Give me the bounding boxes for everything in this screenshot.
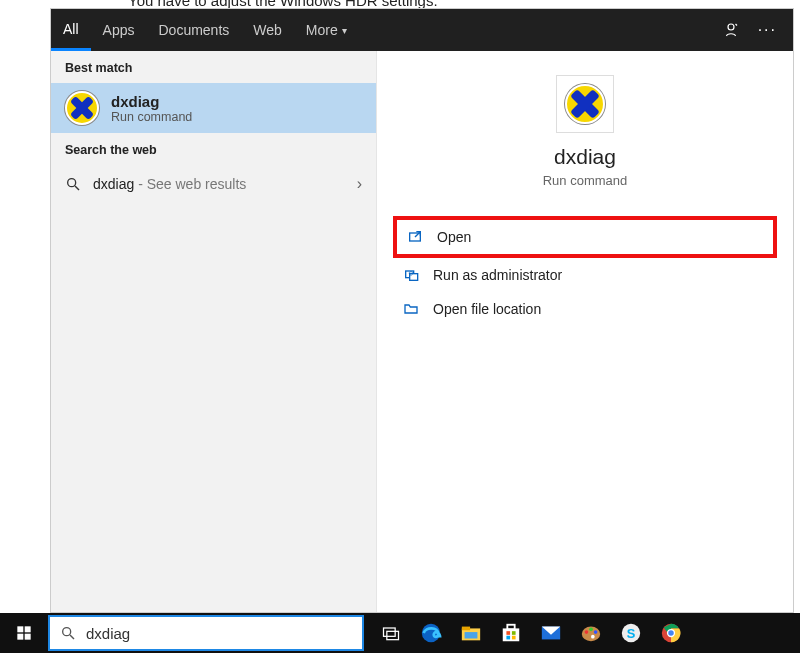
- skype-icon[interactable]: S: [618, 620, 644, 646]
- svg-text:S: S: [627, 626, 636, 641]
- search-web-header: Search the web: [51, 133, 376, 165]
- action-run-admin-label: Run as administrator: [433, 267, 562, 283]
- svg-line-11: [70, 635, 74, 639]
- best-match-subtitle: Run command: [111, 110, 192, 124]
- preview-title: dxdiag: [377, 145, 793, 169]
- taskbar: S: [0, 613, 800, 653]
- svg-point-27: [589, 628, 593, 632]
- best-match-title: dxdiag: [111, 93, 192, 110]
- action-open[interactable]: Open: [393, 216, 777, 258]
- taskbar-search-input[interactable]: [86, 625, 352, 642]
- web-result-item[interactable]: dxdiag - See web results ›: [51, 165, 376, 203]
- tab-more[interactable]: More ▾: [294, 9, 359, 51]
- windows-search-panel: All Apps Documents Web More ▾ ··· Best m…: [50, 8, 794, 613]
- preview-column: dxdiag Run command Open Run as administr…: [377, 51, 793, 612]
- taskbar-search-box[interactable]: [48, 615, 364, 651]
- preview-subtitle: Run command: [377, 173, 793, 188]
- svg-rect-8: [17, 634, 23, 640]
- svg-rect-18: [503, 628, 520, 641]
- action-open-location-label: Open file location: [433, 301, 541, 317]
- web-result-query: dxdiag: [93, 176, 134, 192]
- svg-rect-16: [462, 627, 470, 631]
- svg-rect-17: [465, 632, 478, 638]
- search-icon: [65, 176, 81, 192]
- preview-actions: Open Run as administrator Open file loca…: [377, 216, 793, 326]
- action-open-location[interactable]: Open file location: [393, 292, 777, 326]
- best-match-item[interactable]: dxdiag Run command: [51, 83, 376, 133]
- tabs-right-controls: ···: [722, 21, 793, 39]
- start-button[interactable]: [0, 613, 48, 653]
- svg-point-1: [68, 179, 76, 187]
- svg-line-2: [75, 186, 79, 190]
- svg-rect-23: [512, 636, 516, 640]
- search-tabs: All Apps Documents Web More ▾ ···: [51, 9, 793, 51]
- action-open-label: Open: [437, 229, 471, 245]
- preview-app-icon: [556, 75, 614, 133]
- svg-rect-13: [387, 631, 399, 639]
- panel-body: Best match dxdiag Run command Search the…: [51, 51, 793, 612]
- svg-rect-20: [506, 631, 510, 635]
- store-icon[interactable]: [498, 620, 524, 646]
- svg-rect-5: [410, 274, 418, 281]
- folder-icon: [403, 301, 419, 317]
- best-match-header: Best match: [51, 51, 376, 83]
- tab-more-label: More: [306, 22, 338, 38]
- open-icon: [407, 229, 423, 245]
- svg-rect-22: [506, 636, 510, 640]
- tab-apps[interactable]: Apps: [91, 9, 147, 51]
- action-run-admin[interactable]: Run as administrator: [393, 258, 777, 292]
- tab-documents[interactable]: Documents: [146, 9, 241, 51]
- svg-rect-12: [384, 628, 396, 636]
- dxdiag-icon: [65, 91, 99, 125]
- search-icon: [60, 625, 76, 641]
- edge-icon[interactable]: [418, 620, 444, 646]
- best-match-text: dxdiag Run command: [111, 93, 192, 124]
- more-options-icon[interactable]: ···: [758, 21, 777, 39]
- tab-web[interactable]: Web: [241, 9, 294, 51]
- chevron-right-icon: ›: [357, 175, 362, 193]
- svg-rect-9: [25, 634, 31, 640]
- svg-rect-7: [25, 626, 31, 632]
- taskbar-apps: S: [364, 620, 800, 646]
- dxdiag-icon: [565, 84, 605, 124]
- svg-rect-21: [512, 631, 516, 635]
- feedback-icon[interactable]: [722, 21, 740, 39]
- shield-icon: [403, 267, 419, 283]
- svg-point-29: [591, 635, 595, 639]
- svg-rect-6: [17, 626, 23, 632]
- svg-point-0: [728, 24, 734, 30]
- mail-icon[interactable]: [538, 620, 564, 646]
- task-view-icon[interactable]: [378, 620, 404, 646]
- file-explorer-icon[interactable]: [458, 620, 484, 646]
- svg-point-28: [594, 630, 598, 634]
- svg-point-34: [668, 630, 674, 636]
- chevron-down-icon: ▾: [342, 25, 347, 36]
- svg-point-10: [63, 628, 71, 636]
- svg-point-26: [585, 630, 589, 634]
- web-result-hint: - See web results: [134, 176, 246, 192]
- preview-header: dxdiag Run command: [377, 75, 793, 188]
- results-column: Best match dxdiag Run command Search the…: [51, 51, 377, 612]
- chrome-icon[interactable]: [658, 620, 684, 646]
- paint-icon[interactable]: [578, 620, 604, 646]
- svg-rect-19: [507, 625, 514, 630]
- tab-all[interactable]: All: [51, 9, 91, 51]
